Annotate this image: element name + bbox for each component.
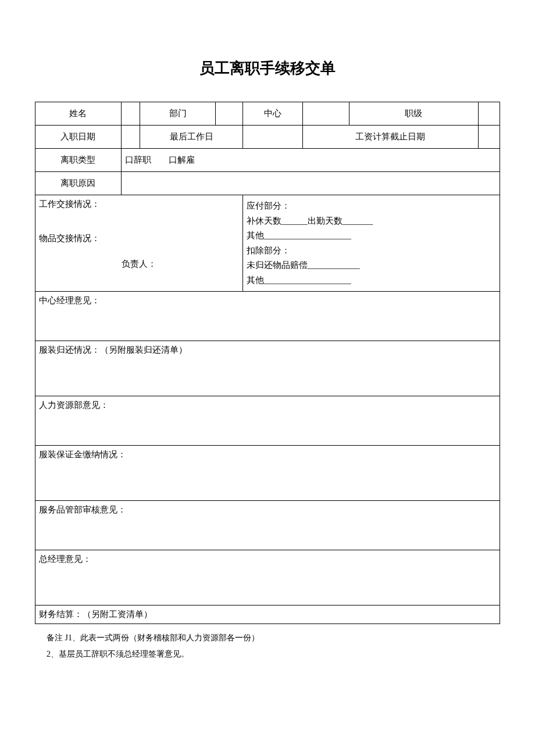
item-handover-label: 物品交接情况： xyxy=(39,233,239,244)
notes-section: 备注 J1、此表一式两份（财务稽核部和人力资源部各一份） 2、基层员工辞职不须总… xyxy=(35,630,500,662)
center-label: 中心 xyxy=(242,102,302,126)
name-value[interactable] xyxy=(121,102,140,126)
deduct-label: 扣除部分： xyxy=(247,243,496,259)
note-1: 备注 J1、此表一式两份（财务稽核部和人力资源部各一份） xyxy=(47,630,500,646)
rank-label: 职级 xyxy=(349,102,478,126)
payable-label: 应付部分： xyxy=(247,199,496,214)
row-handover: 工作交接情况： 物品交接情况： 负责人： 应付部分： 补休天数______出勤天… xyxy=(35,195,500,292)
handover-left[interactable]: 工作交接情况： 物品交接情况： 负责人： xyxy=(35,195,243,292)
entry-date-label: 入职日期 xyxy=(35,126,122,149)
rank-value[interactable] xyxy=(478,102,500,126)
type-label: 离职类型 xyxy=(35,149,122,172)
name-label: 姓名 xyxy=(35,102,122,126)
clothing-deposit[interactable]: 服装保证金缴纳情况： xyxy=(35,446,500,501)
last-day-value[interactable] xyxy=(242,126,302,149)
finance-settlement[interactable]: 财务结算：（另附工资清单） xyxy=(35,605,500,624)
center-manager-opinion[interactable]: 中心经理意见： xyxy=(35,292,500,341)
other2[interactable]: 其他____________________ xyxy=(247,273,496,288)
dept-label: 部门 xyxy=(140,102,216,126)
reason-label: 离职原因 xyxy=(35,172,122,195)
entry-date-value[interactable] xyxy=(121,126,140,149)
row-type: 离职类型 口辞职 口解雇 xyxy=(35,149,500,172)
unreturned[interactable]: 未归还物品赔偿____________ xyxy=(247,258,496,273)
option-resign[interactable]: 口辞职 xyxy=(125,155,151,166)
handover-right[interactable]: 应付部分： 补休天数______出勤天数_______ 其他__________… xyxy=(242,195,500,292)
row-identity: 姓名 部门 中心 职级 xyxy=(35,102,500,126)
salary-cutoff-label: 工资计算截止日期 xyxy=(303,126,478,149)
note-2: 2、基层员工辞职不须总经理签署意见。 xyxy=(47,646,500,662)
form-table: 姓名 部门 中心 职级 入职日期 最后工作日 工资计算截止日期 离职类型 口辞职… xyxy=(35,102,500,624)
row-reason: 离职原因 xyxy=(35,172,500,195)
last-day-label: 最后工作日 xyxy=(140,126,242,149)
dept-value[interactable] xyxy=(215,102,242,126)
responsible-label: 负责人： xyxy=(39,259,239,270)
center-value[interactable] xyxy=(303,102,349,126)
document-title: 员工离职手续移交单 xyxy=(35,58,500,78)
option-dismiss[interactable]: 口解雇 xyxy=(169,155,195,166)
type-options[interactable]: 口辞职 口解雇 xyxy=(121,149,500,172)
service-qc-opinion[interactable]: 服务品管部审核意见： xyxy=(35,501,500,550)
clothing-return[interactable]: 服装归还情况：（另附服装归还清单） xyxy=(35,341,500,396)
comp-days[interactable]: 补休天数______出勤天数_______ xyxy=(247,214,496,229)
gm-opinion[interactable]: 总经理意见： xyxy=(35,550,500,605)
other1[interactable]: 其他____________________ xyxy=(247,228,496,243)
hr-opinion[interactable]: 人力资源部意见： xyxy=(35,396,500,446)
work-handover-label: 工作交接情况： xyxy=(39,199,239,210)
reason-value[interactable] xyxy=(121,172,500,195)
row-dates: 入职日期 最后工作日 工资计算截止日期 xyxy=(35,126,500,149)
salary-cutoff-value[interactable] xyxy=(478,126,500,149)
